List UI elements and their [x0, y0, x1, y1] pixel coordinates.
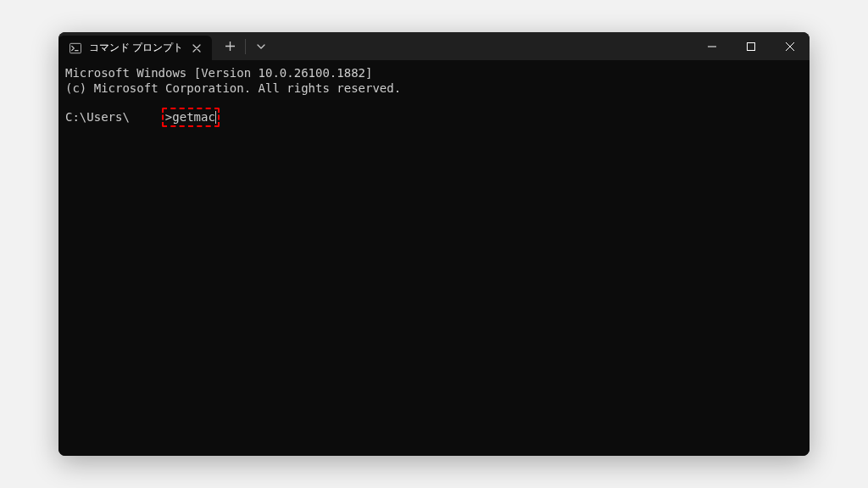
command-highlight-box: >getmac	[162, 108, 220, 126]
tab-dropdown-button[interactable]	[248, 35, 274, 58]
prompt-path-prefix: C:\Users\	[65, 109, 130, 125]
title-bar-drag-area[interactable]	[274, 32, 693, 60]
cmd-icon	[69, 42, 82, 55]
close-button[interactable]	[771, 32, 810, 60]
redacted-username	[130, 111, 162, 123]
maximize-button[interactable]	[732, 32, 771, 60]
prompt-line: C:\Users\>getmac	[65, 108, 803, 126]
tab-actions	[212, 32, 274, 60]
version-line: Microsoft Windows [Version 10.0.26100.18…	[65, 65, 803, 80]
typed-command: getmac	[172, 109, 215, 125]
window-controls	[693, 32, 810, 60]
terminal-output-area[interactable]: Microsoft Windows [Version 10.0.26100.18…	[58, 60, 810, 456]
svg-rect-3	[748, 42, 755, 50]
title-bar[interactable]: コマンド プロンプト	[58, 32, 810, 60]
prompt-caret: >	[165, 109, 172, 125]
terminal-window: コマンド プロンプト	[58, 32, 810, 456]
svg-rect-0	[70, 43, 81, 53]
minimize-button[interactable]	[693, 32, 732, 60]
copyright-line: (c) Microsoft Corporation. All rights re…	[65, 80, 803, 96]
tab-title: コマンド プロンプト	[89, 41, 183, 55]
tab-command-prompt[interactable]: コマンド プロンプト	[58, 36, 212, 60]
divider	[245, 39, 246, 54]
text-cursor	[215, 111, 216, 124]
tab-close-button[interactable]	[190, 42, 203, 55]
new-tab-button[interactable]	[217, 35, 242, 58]
